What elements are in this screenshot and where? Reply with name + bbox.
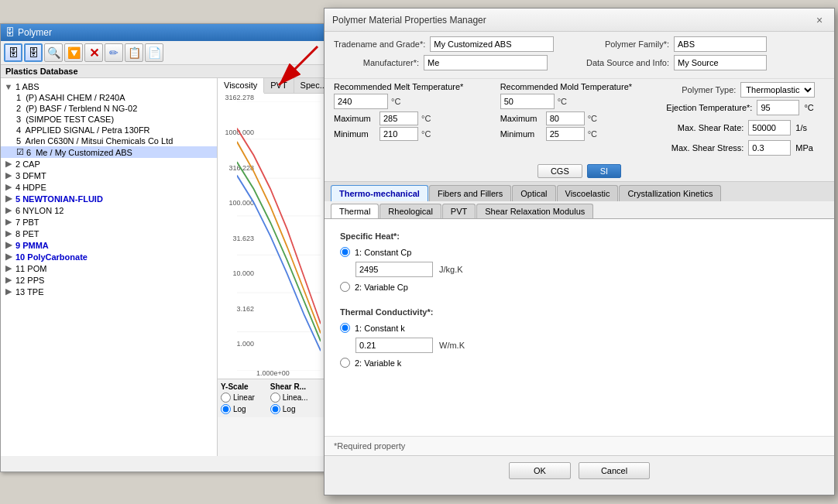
tab-rheological[interactable]: Rheological — [380, 204, 441, 218]
melt-max-input[interactable] — [380, 111, 418, 125]
tab-thermo-mechanical[interactable]: Thermo-mechanical — [331, 185, 428, 201]
y-linear-option[interactable]: Linear — [221, 393, 255, 403]
melt-temp-label: Recommended Melt Temperature* — [334, 82, 493, 91]
tab-fibers-fillers[interactable]: Fibers and Fillers — [429, 185, 511, 201]
cp-value-unit: J/kg.K — [439, 265, 463, 274]
melt-max-unit: °C — [421, 114, 431, 123]
tree-item-abs[interactable]: ▼ 1 ABS — [1, 81, 217, 92]
tc-option2[interactable]: 2: Variable k — [340, 358, 819, 368]
shear-log-radio[interactable] — [270, 404, 280, 414]
shear-linear-option[interactable]: Linea... — [270, 393, 308, 403]
cgs-button[interactable]: CGS — [537, 164, 582, 178]
polymer-type-select[interactable]: Thermoplastic Thermoset — [740, 82, 815, 98]
manufacturer-label: Manufacturer*: — [334, 58, 419, 67]
item-label: (P) BASF / Terblend N NG-02 — [23, 104, 137, 113]
tree-item-pbt[interactable]: ▶ 7 PBT — [1, 216, 217, 228]
tc-value-input[interactable] — [355, 338, 433, 353]
tree-sub-item[interactable]: 4 APPLIED SIGNAL / Petra 130FR — [1, 125, 217, 135]
tab-spec[interactable]: Spec... — [294, 78, 325, 93]
filter-button[interactable]: 🔽 — [64, 43, 83, 62]
chart-area: 3162.278 1000.000 316.228 100.000 31.623… — [218, 94, 325, 379]
ok-button[interactable]: OK — [509, 462, 571, 479]
shear-rate-input[interactable] — [748, 120, 791, 135]
tree-item-label: 10 PolyCarbonate — [15, 252, 88, 262]
y-linear-radio[interactable] — [221, 393, 231, 403]
expand-icon: ▶ — [4, 240, 13, 250]
expand-icon: ▶ — [4, 170, 13, 180]
user-db-button[interactable]: 🗄 — [24, 43, 43, 62]
delete-button[interactable]: ✕ — [84, 43, 103, 62]
tree-item-hdpe[interactable]: ▶ 4 HDPE — [1, 181, 217, 193]
tree-item-nylon[interactable]: ▶ 6 NYLON 12 — [1, 204, 217, 216]
mold-temp-input[interactable] — [500, 94, 555, 109]
tab-optical[interactable]: Optical — [512, 185, 555, 201]
manufacturer-input[interactable] — [424, 55, 548, 70]
mold-min-label: Minimum — [500, 129, 543, 139]
tree-sub-item[interactable]: 5 Arlen C630N / Mitsui Chemicals Co Ltd — [1, 135, 217, 146]
tab-viscosity[interactable]: Viscosity — [218, 78, 264, 94]
polymer-family-label: Polymer Family*: — [584, 39, 669, 49]
tc-radio-1[interactable] — [340, 323, 350, 333]
mold-min-row: Minimum °C — [500, 127, 659, 141]
y-log-radio[interactable] — [221, 404, 231, 414]
y-linear-label: Linear — [233, 393, 255, 402]
default-db-button[interactable]: 🗄 — [4, 43, 22, 62]
tree-item-dfmt[interactable]: ▶ 3 DFMT — [1, 170, 217, 181]
tab-pvt[interactable]: PVT — [264, 78, 294, 93]
tree-item-newtonian[interactable]: ▶ 5 NEWTONIAN-FLUID — [1, 193, 217, 204]
tree-sub-item[interactable]: 1 (P) ASAHI CHEM / R240A — [1, 92, 217, 103]
edit-button[interactable]: ✏ — [105, 43, 123, 62]
search-button[interactable]: 🔍 — [44, 43, 63, 62]
blank-button[interactable]: 📄 — [145, 43, 163, 62]
tradename-input[interactable] — [430, 36, 554, 52]
cp-value-input[interactable] — [355, 262, 433, 277]
tree-item-pet[interactable]: ▶ 8 PET — [1, 228, 217, 239]
tradename-row: Tradename and Grade*: — [334, 36, 575, 52]
tree-item-polycarbonate[interactable]: ▶ 10 PolyCarbonate — [1, 251, 217, 262]
cp-option2[interactable]: 2: Variable Cp — [340, 282, 819, 292]
y-log-option[interactable]: Log — [221, 404, 255, 414]
polymer-family-input[interactable] — [674, 36, 767, 52]
tc-option1[interactable]: 1: Constant k — [340, 323, 819, 333]
tree-item-label: 2 CAP — [15, 159, 40, 169]
chart-controls: Y-Scale Linear Log Shear R... Linea... — [218, 379, 325, 417]
copy-button[interactable]: 📋 — [125, 43, 143, 62]
tree-sub-item[interactable]: 3 (SIMPOE TEST CASE) — [1, 114, 217, 125]
tree-sub-item[interactable]: 2 (P) BASF / Terblend N NG-02 — [1, 103, 217, 114]
mold-min-input[interactable] — [546, 127, 585, 141]
tree-panel: ▼ 1 ABS 1 (P) ASAHI CHEM / R240A 2 (P) B… — [1, 78, 325, 456]
mold-max-input[interactable] — [546, 111, 585, 125]
tab-pvt[interactable]: PVT — [442, 204, 476, 218]
melt-min-input[interactable] — [380, 127, 418, 141]
close-button[interactable]: × — [812, 13, 826, 27]
shear-linear-radio[interactable] — [270, 393, 280, 403]
tab-crystallization[interactable]: Crystallization Kinetics — [619, 185, 721, 201]
cancel-button[interactable]: Cancel — [579, 462, 650, 479]
tc-radio-2[interactable] — [340, 358, 350, 368]
tab-thermal[interactable]: Thermal — [331, 204, 379, 218]
polymer-window: 🗄 Polymer 🗄 🗄 🔍 🔽 ✕ ✏ 📋 📄 Plastics Datab… — [0, 23, 325, 472]
cp-radio-2[interactable] — [340, 282, 350, 292]
shear-rate-label: Max. Shear Rate: — [666, 123, 744, 132]
ejection-temp-input[interactable] — [757, 100, 799, 115]
shear-linear-label: Linea... — [283, 393, 308, 402]
shear-log-option[interactable]: Log — [270, 404, 308, 414]
tree-sub-item-selected[interactable]: ☑ 6 Me / My Customized ABS — [1, 146, 217, 158]
tree-item-pom[interactable]: ▶ 11 POM — [1, 262, 217, 274]
cp-option1[interactable]: 1: Constant Cp — [340, 247, 819, 257]
si-button[interactable]: SI — [587, 164, 621, 178]
tree-item-cap[interactable]: ▶ 2 CAP — [1, 158, 217, 170]
tree-item-tpe[interactable]: ▶ 13 TPE — [1, 286, 217, 297]
tab-viscoelastic[interactable]: Viscoelastic — [557, 185, 619, 201]
tab-shear-relaxation[interactable]: Shear Relaxation Modulus — [476, 204, 593, 218]
data-source-input[interactable] — [674, 55, 767, 70]
tree-item-pps[interactable]: ▶ 12 PPS — [1, 274, 217, 286]
tree-item-pmma[interactable]: ▶ 9 PMMA — [1, 239, 217, 251]
shear-rate-unit: 1/s — [795, 123, 807, 132]
shear-rate-row: Max. Shear Rate: 1/s — [666, 120, 825, 135]
cp-radio-1[interactable] — [340, 247, 350, 257]
melt-temp-input[interactable] — [334, 94, 388, 109]
melt-max-row: Maximum °C — [334, 111, 493, 125]
shear-stress-input[interactable] — [748, 140, 791, 156]
tree-item-label: 7 PBT — [15, 218, 39, 227]
